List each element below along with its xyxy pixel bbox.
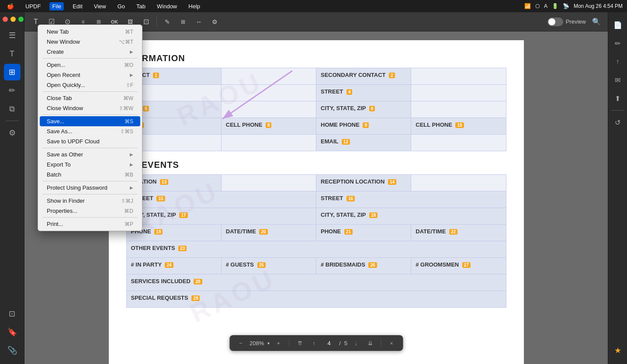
- menu-tab[interactable]: Tab: [134, 2, 148, 10]
- sidebar-icon-bookmark[interactable]: 🔖: [4, 324, 21, 340]
- menubar-bluetooth-icon: ⬡: [535, 3, 540, 9]
- sidebar-icon-organize[interactable]: ⧉: [4, 101, 21, 117]
- search-btn[interactable]: 🔍: [589, 15, 603, 28]
- last-page-btn[interactable]: ⇊: [365, 338, 375, 348]
- apple-menu[interactable]: 🍎: [4, 2, 17, 10]
- menu-item-open[interactable]: Open... ⌘O: [40, 60, 140, 70]
- section1-title: IFORMATION: [126, 53, 506, 63]
- sidebar-icon-text[interactable]: T: [4, 45, 21, 62]
- format-tool-btn[interactable]: ⊞: [176, 15, 190, 28]
- table-cell: [411, 135, 506, 151]
- pdf-table-1: NTACT 1 SECONDARY CONTACT 2 STREET 4 ZIP…: [126, 68, 506, 151]
- right-sidebar-divider: [611, 110, 624, 111]
- table-cell: CELL PHONE 8: [221, 118, 316, 135]
- sidebar-icon-layers[interactable]: ⊡: [4, 305, 21, 322]
- table-cell: # GUESTS 25: [221, 258, 316, 274]
- file-menu[interactable]: New Tab ⌘T New Window ⌥⌘T Create ▶ Open.…: [38, 24, 142, 231]
- right-sidebar-icon-1[interactable]: 📄: [610, 17, 626, 33]
- menubar-wifi-icon: 📡: [563, 3, 569, 9]
- table-cell: CELL PHONE 10: [411, 118, 506, 135]
- menubar-battery-icon: 🔋: [552, 3, 558, 9]
- menubar: 🍎 UPDF File Edit View Go Tab Window Help…: [0, 0, 627, 12]
- menu-separator-1: [42, 58, 138, 59]
- maximize-button[interactable]: [18, 17, 24, 22]
- prev-page-btn[interactable]: ↑: [308, 338, 319, 348]
- menu-updf[interactable]: UPDF: [23, 2, 43, 10]
- menu-item-close-tab[interactable]: Close Tab ⌘W: [40, 93, 140, 103]
- menu-file[interactable]: File: [49, 2, 64, 10]
- minimize-button[interactable]: [10, 17, 16, 22]
- next-page-btn[interactable]: ↓: [351, 338, 361, 348]
- sidebar-icon-form[interactable]: ⊞: [4, 64, 21, 80]
- table-cell: [221, 85, 316, 101]
- right-sidebar-icon-star[interactable]: ★: [610, 342, 626, 359]
- right-sidebar-icon-4[interactable]: ✉: [610, 72, 626, 88]
- right-sidebar-icon-3[interactable]: ↑: [610, 53, 626, 70]
- zoom-dropdown-arrow[interactable]: ▾: [267, 341, 270, 346]
- sidebar-icon-tools[interactable]: ⚙: [4, 125, 21, 141]
- menu-separator-7: [42, 217, 138, 218]
- sidebar-icon-attachment[interactable]: 📎: [4, 342, 21, 359]
- menu-item-show-finder[interactable]: Show in Finder ⇧⌘J: [40, 196, 140, 206]
- preview-toggle[interactable]: Preview: [547, 17, 586, 26]
- first-page-btn[interactable]: ⇈: [294, 338, 305, 348]
- menu-item-export-to[interactable]: Export To ▶: [40, 159, 140, 170]
- table-cell: [221, 101, 316, 118]
- menu-separator-4: [42, 148, 138, 148]
- table-cell: [411, 85, 506, 101]
- zoom-out-btn[interactable]: −: [236, 338, 246, 348]
- sidebar-icon-annotate[interactable]: ✏: [4, 82, 21, 99]
- badge: 21: [344, 229, 353, 235]
- badge: 6: [369, 106, 375, 111]
- menu-go[interactable]: Go: [115, 2, 128, 10]
- pagination-divider-2: [381, 339, 381, 347]
- badge: 14: [388, 179, 396, 185]
- align-tool-btn[interactable]: ↔: [192, 15, 206, 28]
- right-sidebar-icon-undo[interactable]: ↺: [610, 114, 626, 131]
- menu-item-save-cloud[interactable]: Save to UPDF Cloud: [40, 136, 140, 146]
- table-cell: PHONE 21: [316, 225, 411, 241]
- menu-edit[interactable]: Edit: [70, 2, 85, 10]
- menubar-right: 📶 ⬡ A 🔋 📡 Mon Aug 26 4:54 PM: [524, 3, 623, 9]
- close-button[interactable]: [3, 17, 8, 22]
- toolbar-right: Preview 🔍: [547, 15, 603, 28]
- menu-view[interactable]: View: [91, 2, 109, 10]
- preview-switch[interactable]: [547, 17, 563, 26]
- menu-item-create[interactable]: Create ▶: [40, 47, 140, 57]
- left-sidebar: ☰ T ⊞ ✏ ⧉ ⚙ ⊡ 🔖 📎: [0, 12, 24, 364]
- menu-item-open-quickly[interactable]: Open Quickly... ⇧F: [40, 80, 140, 90]
- table-cell: # BRIDESMAIDS 26: [316, 258, 411, 274]
- menu-item-save-other[interactable]: Save as Other ▶: [40, 149, 140, 159]
- right-sidebar-icon-5[interactable]: ⬆: [610, 90, 626, 107]
- close-pagination-btn[interactable]: ×: [386, 338, 397, 348]
- menu-help[interactable]: Help: [186, 2, 203, 10]
- table-cell: [221, 135, 316, 151]
- badge: 4: [346, 89, 353, 95]
- menu-window[interactable]: Window: [154, 2, 180, 10]
- menubar-network-icon: 📶: [524, 3, 531, 9]
- menu-item-save-as[interactable]: Save As... ⇧⌘S: [40, 126, 140, 136]
- menu-item-open-recent[interactable]: Open Recent ▶: [40, 70, 140, 80]
- table-cell: SERVICES INCLUDED 28: [126, 274, 506, 291]
- menu-item-new-window[interactable]: New Window ⌥⌘T: [40, 37, 140, 47]
- menu-item-batch[interactable]: Batch ⌘B: [40, 170, 140, 180]
- menu-item-new-tab[interactable]: New Tab ⌘T: [40, 27, 140, 37]
- table-cell: RECEPTION LOCATION 14: [316, 175, 411, 191]
- menu-item-protect[interactable]: Protect Using Password ▶: [40, 183, 140, 193]
- badge: 29: [191, 295, 200, 301]
- menu-item-print[interactable]: Print... ⌘P: [40, 219, 140, 229]
- right-sidebar-icon-2[interactable]: ✏: [610, 35, 626, 52]
- badge: 18: [369, 212, 378, 218]
- sidebar-icon-menu[interactable]: ☰: [4, 27, 21, 44]
- section2-title: SS/EVENTS: [126, 160, 506, 170]
- sidebar-bottom: ⊡ 🔖 📎: [4, 305, 21, 364]
- current-page-input[interactable]: 4: [322, 340, 336, 347]
- badge: 19: [154, 229, 163, 235]
- menu-item-save[interactable]: Save... ⌘S: [40, 116, 140, 126]
- table-cell: HOME PHONE 9: [316, 118, 411, 135]
- menu-item-close-window[interactable]: Close Window ⇧⌘W: [40, 103, 140, 113]
- settings-tool-btn[interactable]: ⚙: [208, 15, 222, 28]
- menu-item-properties[interactable]: Properties... ⌘D: [40, 206, 140, 216]
- zoom-in-btn[interactable]: +: [273, 338, 284, 348]
- edit-tool-btn[interactable]: ✎: [160, 15, 174, 28]
